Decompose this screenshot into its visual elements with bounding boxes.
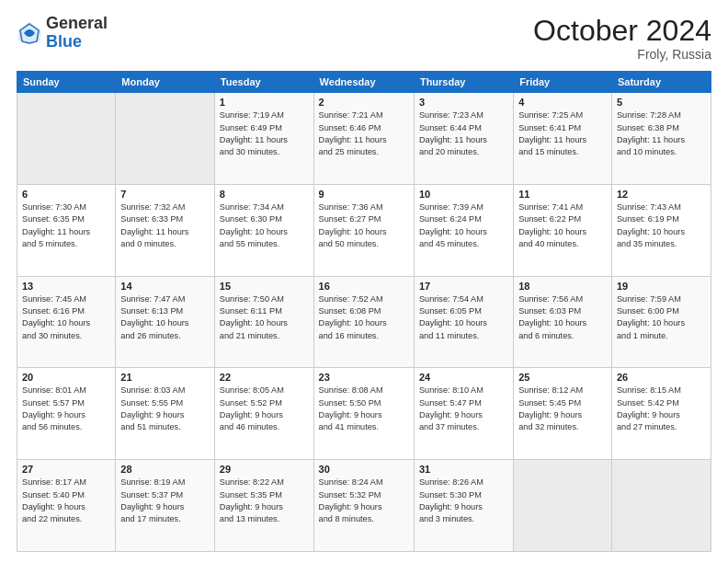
logo-blue-text: Blue <box>46 33 108 52</box>
calendar-cell: 5Sunrise: 7:28 AM Sunset: 6:38 PM Daylig… <box>611 93 711 185</box>
calendar-cell: 9Sunrise: 7:36 AM Sunset: 6:27 PM Daylig… <box>313 184 414 276</box>
day-info: Sunrise: 7:45 AM Sunset: 6:16 PM Dayligh… <box>22 293 110 342</box>
calendar-cell: 2Sunrise: 7:21 AM Sunset: 6:46 PM Daylig… <box>313 93 414 185</box>
day-info: Sunrise: 7:30 AM Sunset: 6:35 PM Dayligh… <box>22 201 110 250</box>
day-info: Sunrise: 7:36 AM Sunset: 6:27 PM Dayligh… <box>319 201 409 250</box>
calendar-cell: 21Sunrise: 8:03 AM Sunset: 5:55 PM Dayli… <box>116 368 215 460</box>
day-info: Sunrise: 7:39 AM Sunset: 6:24 PM Dayligh… <box>419 201 508 250</box>
logo: General Blue <box>17 15 108 52</box>
day-info: Sunrise: 7:50 AM Sunset: 6:11 PM Dayligh… <box>220 293 309 342</box>
calendar-cell: 24Sunrise: 8:10 AM Sunset: 5:47 PM Dayli… <box>414 368 513 460</box>
day-number: 10 <box>419 189 508 200</box>
day-number: 9 <box>319 189 409 200</box>
calendar-cell: 15Sunrise: 7:50 AM Sunset: 6:11 PM Dayli… <box>214 276 313 368</box>
day-number: 18 <box>518 281 607 292</box>
day-info: Sunrise: 7:32 AM Sunset: 6:33 PM Dayligh… <box>120 201 210 250</box>
day-number: 21 <box>120 372 210 383</box>
day-info: Sunrise: 8:03 AM Sunset: 5:55 PM Dayligh… <box>120 385 210 433</box>
day-number: 22 <box>220 372 309 383</box>
day-info: Sunrise: 8:05 AM Sunset: 5:52 PM Dayligh… <box>220 385 309 433</box>
calendar-cell: 4Sunrise: 7:25 AM Sunset: 6:41 PM Daylig… <box>514 93 612 185</box>
day-info: Sunrise: 8:15 AM Sunset: 5:42 PM Dayligh… <box>617 385 706 433</box>
day-number: 23 <box>319 372 409 383</box>
day-info: Sunrise: 8:22 AM Sunset: 5:35 PM Dayligh… <box>220 477 309 525</box>
day-info: Sunrise: 7:41 AM Sunset: 6:22 PM Dayligh… <box>518 201 607 250</box>
day-info: Sunrise: 7:19 AM Sunset: 6:49 PM Dayligh… <box>220 109 309 158</box>
day-number: 29 <box>220 464 309 475</box>
logo-icon <box>17 20 42 46</box>
day-number: 3 <box>419 97 508 108</box>
day-header-saturday: Saturday <box>611 72 711 93</box>
calendar-cell: 29Sunrise: 8:22 AM Sunset: 5:35 PM Dayli… <box>214 460 313 552</box>
day-number: 5 <box>617 97 706 108</box>
week-row-4: 20Sunrise: 8:01 AM Sunset: 5:57 PM Dayli… <box>17 368 711 460</box>
day-info: Sunrise: 7:56 AM Sunset: 6:03 PM Dayligh… <box>518 293 607 342</box>
day-header-sunday: Sunday <box>17 72 116 93</box>
day-number: 20 <box>22 372 110 383</box>
week-row-5: 27Sunrise: 8:17 AM Sunset: 5:40 PM Dayli… <box>17 460 711 552</box>
day-number: 26 <box>617 372 706 383</box>
day-info: Sunrise: 7:34 AM Sunset: 6:30 PM Dayligh… <box>220 201 309 250</box>
day-info: Sunrise: 7:59 AM Sunset: 6:00 PM Dayligh… <box>617 293 706 342</box>
day-number: 17 <box>419 281 508 292</box>
month-title: October 2024 <box>533 15 711 47</box>
calendar-cell: 6Sunrise: 7:30 AM Sunset: 6:35 PM Daylig… <box>17 184 116 276</box>
day-info: Sunrise: 7:47 AM Sunset: 6:13 PM Dayligh… <box>120 293 210 342</box>
day-header-friday: Friday <box>514 72 612 93</box>
calendar-table: SundayMondayTuesdayWednesdayThursdayFrid… <box>17 71 711 552</box>
calendar-cell: 22Sunrise: 8:05 AM Sunset: 5:52 PM Dayli… <box>214 368 313 460</box>
calendar-cell: 30Sunrise: 8:24 AM Sunset: 5:32 PM Dayli… <box>313 460 414 552</box>
calendar-cell: 8Sunrise: 7:34 AM Sunset: 6:30 PM Daylig… <box>214 184 313 276</box>
day-info: Sunrise: 7:23 AM Sunset: 6:44 PM Dayligh… <box>419 109 508 158</box>
calendar-cell: 13Sunrise: 7:45 AM Sunset: 6:16 PM Dayli… <box>17 276 116 368</box>
day-info: Sunrise: 7:21 AM Sunset: 6:46 PM Dayligh… <box>319 109 409 158</box>
calendar-cell: 31Sunrise: 8:26 AM Sunset: 5:30 PM Dayli… <box>414 460 513 552</box>
location: Froly, Russia <box>533 47 711 62</box>
day-header-wednesday: Wednesday <box>313 72 414 93</box>
calendar-cell: 26Sunrise: 8:15 AM Sunset: 5:42 PM Dayli… <box>611 368 711 460</box>
calendar-cell: 19Sunrise: 7:59 AM Sunset: 6:00 PM Dayli… <box>611 276 711 368</box>
day-number: 13 <box>22 281 110 292</box>
day-info: Sunrise: 8:17 AM Sunset: 5:40 PM Dayligh… <box>22 477 110 525</box>
calendar-cell: 3Sunrise: 7:23 AM Sunset: 6:44 PM Daylig… <box>414 93 513 185</box>
day-number: 7 <box>120 189 210 200</box>
day-number: 25 <box>518 372 607 383</box>
day-number: 8 <box>220 189 309 200</box>
day-header-monday: Monday <box>116 72 215 93</box>
week-row-3: 13Sunrise: 7:45 AM Sunset: 6:16 PM Dayli… <box>17 276 711 368</box>
day-number: 24 <box>419 372 508 383</box>
day-info: Sunrise: 8:24 AM Sunset: 5:32 PM Dayligh… <box>319 477 409 525</box>
calendar-cell: 25Sunrise: 8:12 AM Sunset: 5:45 PM Dayli… <box>514 368 612 460</box>
week-row-2: 6Sunrise: 7:30 AM Sunset: 6:35 PM Daylig… <box>17 184 711 276</box>
day-number: 1 <box>220 97 309 108</box>
calendar-header-row: SundayMondayTuesdayWednesdayThursdayFrid… <box>17 72 711 93</box>
calendar-cell: 18Sunrise: 7:56 AM Sunset: 6:03 PM Dayli… <box>514 276 612 368</box>
header: General Blue October 2024 Froly, Russia <box>17 15 711 62</box>
week-row-1: 1Sunrise: 7:19 AM Sunset: 6:49 PM Daylig… <box>17 93 711 185</box>
calendar-cell: 20Sunrise: 8:01 AM Sunset: 5:57 PM Dayli… <box>17 368 116 460</box>
day-info: Sunrise: 8:08 AM Sunset: 5:50 PM Dayligh… <box>319 385 409 433</box>
calendar-cell <box>514 460 612 552</box>
day-number: 2 <box>319 97 409 108</box>
calendar-cell: 17Sunrise: 7:54 AM Sunset: 6:05 PM Dayli… <box>414 276 513 368</box>
calendar-cell: 11Sunrise: 7:41 AM Sunset: 6:22 PM Dayli… <box>514 184 612 276</box>
day-info: Sunrise: 7:25 AM Sunset: 6:41 PM Dayligh… <box>518 109 607 158</box>
day-info: Sunrise: 8:12 AM Sunset: 5:45 PM Dayligh… <box>518 385 607 433</box>
day-number: 31 <box>419 464 508 475</box>
day-info: Sunrise: 7:54 AM Sunset: 6:05 PM Dayligh… <box>419 293 508 342</box>
calendar-cell: 7Sunrise: 7:32 AM Sunset: 6:33 PM Daylig… <box>116 184 215 276</box>
day-number: 27 <box>22 464 110 475</box>
title-block: October 2024 Froly, Russia <box>533 15 711 62</box>
day-number: 12 <box>617 189 706 200</box>
calendar-cell: 1Sunrise: 7:19 AM Sunset: 6:49 PM Daylig… <box>214 93 313 185</box>
day-number: 11 <box>518 189 607 200</box>
day-number: 16 <box>319 281 409 292</box>
day-info: Sunrise: 7:28 AM Sunset: 6:38 PM Dayligh… <box>617 109 706 158</box>
calendar-cell <box>116 93 215 185</box>
day-info: Sunrise: 7:52 AM Sunset: 6:08 PM Dayligh… <box>319 293 409 342</box>
calendar-cell: 16Sunrise: 7:52 AM Sunset: 6:08 PM Dayli… <box>313 276 414 368</box>
logo-text: General Blue <box>46 15 108 52</box>
day-header-thursday: Thursday <box>414 72 513 93</box>
day-number: 19 <box>617 281 706 292</box>
calendar-cell: 27Sunrise: 8:17 AM Sunset: 5:40 PM Dayli… <box>17 460 116 552</box>
